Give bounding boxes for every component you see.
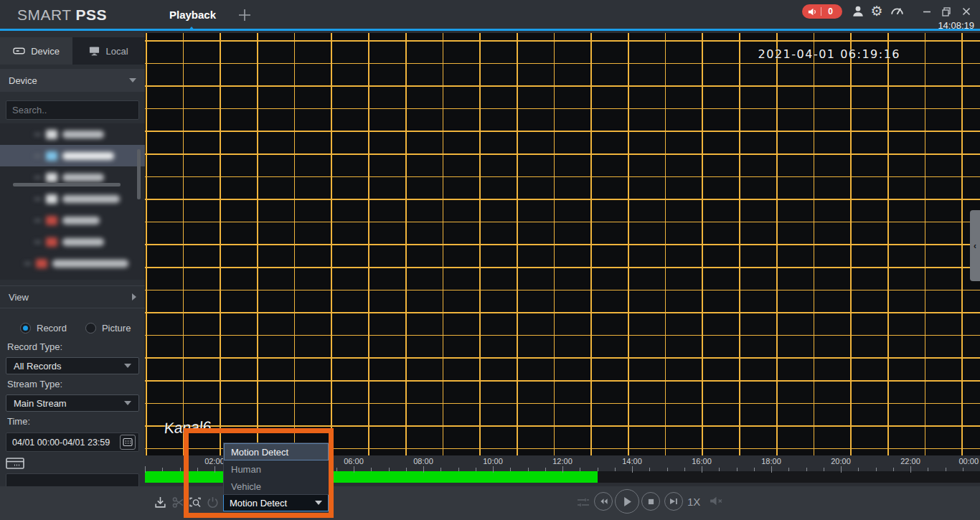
time-range-value: 04/01 00:00-04/01 23:59 [12,438,110,448]
playback-config-sliders-icon[interactable] [577,497,591,511]
chevron-down-icon [129,78,136,82]
view-section-header[interactable]: View [0,285,145,308]
timeline-tick [180,468,181,471]
timeline-tick [824,468,824,471]
device-name-blurred [62,174,104,181]
search-input[interactable] [12,105,138,115]
restore-button[interactable] [941,6,952,17]
device-name-blurred [52,260,128,268]
expander-icon[interactable] [34,133,41,136]
timeline-tick [562,466,563,473]
timeline-tick [963,468,963,471]
timeline-tick [423,466,424,473]
card-number-icon[interactable] [6,456,24,471]
dropdown-option[interactable]: Vehicle [224,478,329,496]
expander-icon[interactable] [34,219,41,222]
user-icon[interactable] [852,5,864,18]
mute-speaker-icon[interactable] [709,495,723,509]
minimize-button[interactable] [921,6,933,17]
timeline-tick [336,468,337,471]
chevron-down-icon [124,401,131,405]
playback-speed[interactable]: 1X [687,496,700,508]
record-type-value: All Records [14,361,61,372]
tree-vertical-scrollbar[interactable] [137,149,141,199]
video-osd-timestamp: 2021-04-01 06:19:16 [758,47,900,61]
record-filter-value: Motion Detect [230,498,287,509]
download-icon[interactable] [154,496,168,510]
radio-record[interactable]: Record [20,323,67,334]
radio-picture-label: Picture [102,323,131,334]
timeline-tick [354,466,354,473]
tree-item[interactable] [0,123,145,145]
zoom-region-icon[interactable] [188,496,202,510]
logo-smart: SMART [17,6,71,23]
record-filter-combobox[interactable]: Motion Detect [223,494,329,511]
timeline-hour-label: 08:00 [413,457,433,465]
video-canvas[interactable]: 2021-04-01 06:19:16 Kanal6 [145,33,980,455]
timeline-tick [598,468,598,471]
tab-playback[interactable]: Playback [169,9,216,21]
timeline-tick [632,466,633,473]
clip-scissors-icon[interactable] [171,496,186,510]
expander-icon[interactable] [34,241,41,243]
tree-item[interactable] [0,209,145,231]
timeline-tick [928,468,928,471]
recording-segment[interactable] [145,471,598,483]
timeline-tick [667,468,668,471]
tree-item[interactable] [0,252,145,274]
performance-gauge-icon[interactable] [890,5,903,18]
radio-record-label: Record [37,323,67,334]
calendar-button[interactable] [120,435,136,450]
dropdown-option[interactable]: Motion Detect [224,443,329,460]
radio-picture[interactable]: Picture [85,323,131,334]
timeline-tick [858,468,859,471]
gear-icon[interactable]: ⚙ [870,5,883,18]
tree-item[interactable] [0,188,145,209]
tree-item[interactable] [0,231,145,252]
sidebar: Device Local Device View [0,33,145,520]
tab-local[interactable]: Local [72,37,145,65]
expander-icon[interactable] [24,263,31,265]
tree-horizontal-scrollbar[interactable] [13,183,121,186]
expander-icon[interactable] [34,198,41,200]
record-type-label: Record Type: [7,341,62,352]
alarm-counter-badge[interactable]: 0 [802,4,842,19]
radio-record-dot [20,323,31,334]
play-button[interactable] [615,489,639,514]
expander-icon[interactable] [34,155,41,157]
time-range-input[interactable]: 04/01 00:00-04/01 23:59 [6,432,139,452]
monitor-icon [89,46,100,56]
video-channel-name: Kanal6 [164,418,212,437]
timeline-tick [371,468,372,471]
chevron-down-icon [124,364,131,368]
right-panel-toggle[interactable]: ‹ [970,210,980,281]
tree-item[interactable] [0,145,145,166]
device-name-blurred [62,217,100,224]
camera-icon [46,173,57,182]
active-tab-indicator [188,27,195,31]
system-clock: 14:08:19 [938,20,974,31]
timeline-tick [946,468,946,471]
expander-icon[interactable] [34,176,41,179]
timeline-tick [649,468,650,471]
timeline-tick [806,468,807,471]
device-group-value: Device [9,75,37,86]
stream-type-select[interactable]: Main Stream [6,394,139,412]
timeline-tick [162,468,163,471]
device-group-select[interactable]: Device [0,69,145,92]
rewind-button[interactable] [594,492,613,511]
timeline-tick [510,468,511,471]
timeline-tick [215,466,215,473]
tab-device[interactable]: Device [0,37,72,65]
timeline-tick [389,468,390,471]
record-type-select[interactable]: All Records [6,357,139,374]
timeline-tick [458,468,459,471]
close-button[interactable] [961,6,972,17]
dropdown-option[interactable]: Human [224,460,329,478]
stop-button[interactable] [641,492,660,511]
timeline-tick [684,468,685,471]
power-icon[interactable] [206,496,220,510]
timeline-tick [406,468,407,471]
add-tab-button[interactable] [237,7,253,23]
next-frame-button[interactable] [664,492,683,511]
